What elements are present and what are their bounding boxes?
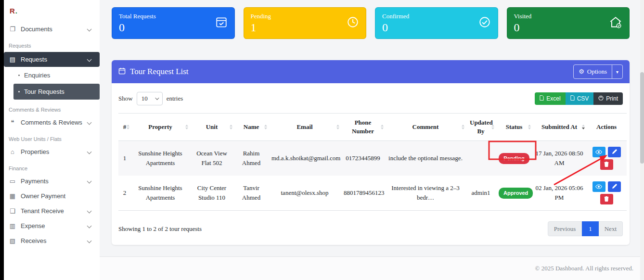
sidebar-item-comments-reviews[interactable]: ❝ Comments & Reviews xyxy=(4,115,100,130)
cell-status: Pending xyxy=(496,141,532,176)
table-row: 2 Sunshine Heights Apartments City Cente… xyxy=(118,176,627,211)
chevron-down-icon xyxy=(87,209,92,214)
cell-unit: City Center Studio 110 xyxy=(190,176,234,211)
cell-name: Tanvir Ahmed xyxy=(234,176,269,211)
column-header-comment[interactable]: Comment xyxy=(385,114,466,141)
column-header-actions: Actions xyxy=(586,114,627,141)
cell-name: Rahim Ahmed xyxy=(234,141,269,176)
stat-value: 0 xyxy=(119,20,228,35)
clock-icon xyxy=(347,16,359,30)
cell-email: tanent@olesx.shop xyxy=(269,176,341,211)
pencil-icon xyxy=(612,183,617,191)
column-header-property[interactable]: Property xyxy=(131,114,190,141)
sort-icon xyxy=(127,125,129,129)
chevron-down-icon xyxy=(87,27,92,32)
status-badge: Pending xyxy=(499,153,529,164)
sidebar-item-receives[interactable]: ▧ Receives xyxy=(4,233,100,248)
app-logo[interactable]: R. xyxy=(10,7,100,15)
cell-actions xyxy=(586,141,627,176)
sidebar-item-expense[interactable]: ▥ Expense xyxy=(4,218,100,233)
delete-button[interactable] xyxy=(600,194,613,204)
home-check-icon xyxy=(609,16,622,30)
stat-value: 0 xyxy=(514,20,623,35)
view-button[interactable] xyxy=(592,147,605,157)
sidebar-item-payments[interactable]: ▭ Payments xyxy=(4,174,100,189)
cell-property: Sunshine Heights Apartments xyxy=(131,141,190,176)
column-header-phone[interactable]: Phone Number xyxy=(341,114,385,141)
cell-comment: include the optional message. xyxy=(385,141,466,176)
page-1-button[interactable]: 1 xyxy=(582,221,599,236)
file-icon xyxy=(570,95,575,102)
sort-icon xyxy=(528,125,531,129)
entries-label: entries xyxy=(167,95,183,102)
sort-icon xyxy=(264,125,267,129)
sidebar-item-owner-payment[interactable]: ▦ Owner Payment xyxy=(4,189,100,204)
sidebar-item-properties[interactable]: ⌂ Properties xyxy=(4,144,100,159)
eye-icon xyxy=(595,183,602,191)
sidebar-section-requests: Requests xyxy=(4,37,100,51)
column-header-status[interactable]: Status xyxy=(496,114,532,141)
stat-value: 1 xyxy=(251,20,360,35)
column-header-email[interactable]: Email xyxy=(269,114,341,141)
sidebar-item-label: Enquiries xyxy=(24,72,95,79)
column-header-num[interactable]: # xyxy=(118,114,131,141)
cell-email: md.a.k.shoikat@gmail.com xyxy=(269,141,341,176)
printer-icon xyxy=(598,95,604,102)
pagination: Previous 1 Next xyxy=(548,221,623,236)
column-header-submitted-at[interactable]: Submitted At xyxy=(532,114,586,141)
print-button[interactable]: Print xyxy=(593,92,623,105)
previous-page-button[interactable]: Previous xyxy=(548,221,582,236)
cell-phone: 8801789456123 xyxy=(341,176,385,211)
sidebar-section-web-user-units: Web User Units / Flats xyxy=(4,130,100,144)
cell-comment: Interested in viewing a 2–3 bedr… xyxy=(385,176,466,211)
chevron-down-icon xyxy=(87,179,92,184)
sidebar-item-label: Owner Payment xyxy=(21,192,95,200)
check-circle-icon xyxy=(478,16,491,30)
edit-button[interactable] xyxy=(608,147,621,157)
excel-button[interactable]: Excel xyxy=(535,92,565,105)
sort-icon xyxy=(185,125,188,129)
column-header-name[interactable]: Name xyxy=(234,114,269,141)
sort-icon xyxy=(336,125,339,129)
bullet-icon xyxy=(18,75,20,76)
table-header-row: # Property Unit Name Email Phone Number … xyxy=(118,114,627,141)
excel-label: Excel xyxy=(546,95,560,102)
stat-label: Confirmed xyxy=(382,13,491,20)
sidebar-item-documents[interactable]: ❐ Documents xyxy=(4,22,100,37)
stat-label: Pending xyxy=(251,13,360,20)
chevron-down-icon xyxy=(155,96,159,100)
options-button[interactable]: ⚙ Options ▾ xyxy=(573,64,623,79)
sidebar-item-enquiries[interactable]: Enquiries xyxy=(4,68,100,83)
panel-title: Tour Request List xyxy=(130,67,573,76)
column-header-updated-by[interactable]: Updated By xyxy=(466,114,496,141)
chevron-down-icon xyxy=(87,57,92,62)
receipt-icon: ▧ xyxy=(9,237,16,244)
sidebar-item-requests[interactable]: ▤ Requests xyxy=(4,52,100,67)
gear-icon: ⚙ xyxy=(579,68,584,76)
sort-icon xyxy=(381,125,384,129)
csv-button[interactable]: CSV xyxy=(566,92,594,105)
trash-icon xyxy=(604,196,609,203)
edit-button[interactable] xyxy=(608,181,621,192)
tour-request-table: # Property Unit Name Email Phone Number … xyxy=(118,113,627,211)
sidebar-item-tenant-receive[interactable]: ❑ Tenant Receive xyxy=(4,204,100,218)
page-size-select[interactable]: 10 xyxy=(137,92,163,105)
copyright-text: © 2025 Dashboard. All rights reserved. xyxy=(535,265,633,272)
delete-button[interactable] xyxy=(600,159,613,170)
sort-icon xyxy=(462,125,464,129)
stat-value: 0 xyxy=(382,20,491,35)
page-footer: © 2025 Dashboard. All rights reserved. xyxy=(100,256,644,280)
expense-icon: ▥ xyxy=(9,222,16,229)
scrollbar-thumb[interactable] xyxy=(640,72,644,164)
sidebar-item-tour-requests[interactable]: Tour Requests xyxy=(13,84,100,100)
sidebar-section-comments: Comments & Reviews xyxy=(4,101,100,115)
scrollbar[interactable] xyxy=(640,0,644,280)
calendar-check-icon xyxy=(215,16,228,30)
sort-icon xyxy=(230,125,232,129)
cell-updated-by: admin1 xyxy=(466,176,496,211)
next-page-button[interactable]: Next xyxy=(599,221,623,236)
stat-label: Total Requests xyxy=(119,13,228,20)
column-header-unit[interactable]: Unit xyxy=(190,114,234,141)
view-button[interactable] xyxy=(592,181,605,192)
cell-updated-by xyxy=(466,141,496,176)
